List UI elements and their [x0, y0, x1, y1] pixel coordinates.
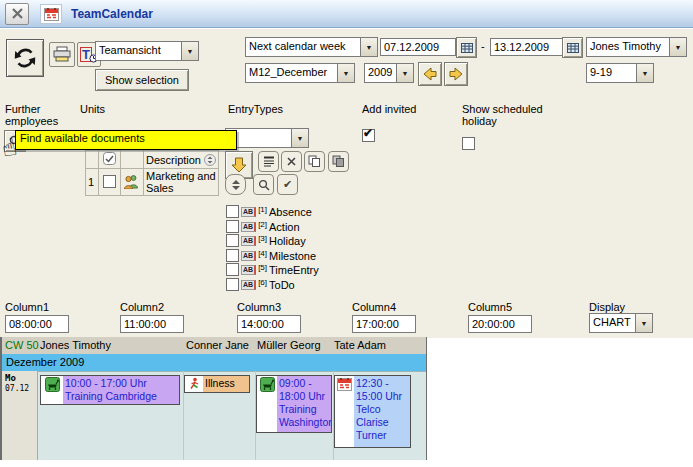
date-from-input[interactable]	[380, 38, 456, 56]
entrytype-select[interactable]: ▼	[225, 128, 309, 148]
units-row-icon-cell	[120, 169, 143, 196]
group-icon	[123, 174, 139, 189]
close-button[interactable]	[5, 3, 29, 25]
entrytype-label-icon: AB	[241, 222, 256, 232]
date-picker-icon	[461, 43, 473, 53]
column2-label: Column2	[120, 301, 164, 313]
units-row-select-cell	[99, 169, 120, 196]
confirm-button[interactable]: ✔	[277, 174, 298, 195]
entrytype-row-milestone: AB [4] Milestone	[226, 249, 316, 262]
show-selection-label: Show selection	[105, 74, 179, 86]
chevron-down-icon: ▼	[291, 129, 308, 147]
units-row-checkbox[interactable]	[103, 175, 116, 188]
year-select-value: 2009	[365, 64, 396, 82]
entrytype-checkbox[interactable]	[226, 205, 239, 218]
copy-button[interactable]	[304, 151, 325, 172]
controls-panel: T Teamansicht ▼ Show selection Next cale…	[0, 28, 693, 338]
event-illness[interactable]: Illness	[184, 375, 250, 393]
show-selection-button[interactable]: Show selection	[95, 69, 189, 91]
employee-column-header: Jones Timothy	[40, 339, 111, 351]
refresh-button[interactable]	[6, 39, 44, 77]
column4-input[interactable]	[352, 315, 416, 333]
refresh-icon	[13, 46, 37, 70]
printer-icon	[52, 46, 72, 63]
month-label: Dezember 2009	[6, 356, 84, 368]
date-picker-icon	[567, 43, 579, 53]
date-to-input[interactable]	[490, 38, 566, 56]
employee-select[interactable]: Jones Timothy ▼	[586, 37, 687, 57]
units-header-index	[86, 151, 99, 169]
column2-input[interactable]	[120, 315, 184, 333]
event-training-cambridge[interactable]: 10:00 - 17:00 Uhr Training Cambridge	[40, 375, 180, 405]
arrow-down-icon	[229, 155, 249, 175]
add-invited-label: Add invited	[362, 103, 416, 115]
employee-column-header: Müller Georg	[257, 339, 321, 351]
illness-icon	[185, 376, 203, 392]
paste-icon	[332, 155, 345, 168]
event-text: 10:00 - 17:00 Uhr Training Cambridge	[63, 376, 179, 404]
display-select[interactable]: CHART ▼	[589, 313, 653, 333]
entrytype-row-todo: AB [6] ToDo	[226, 278, 295, 291]
search-icon	[258, 179, 270, 191]
entrytype-checkbox[interactable]	[226, 234, 239, 247]
day-name: Mo	[5, 373, 16, 383]
entrytype-checkbox[interactable]	[226, 249, 239, 262]
column3-input[interactable]	[237, 315, 301, 333]
entrytype-label-icon: AB	[241, 207, 256, 217]
show-scheduled-holiday-checkbox[interactable]	[462, 137, 475, 150]
previous-week-button[interactable]	[418, 62, 442, 86]
units-header-select[interactable]	[99, 151, 120, 169]
units-row-description: Marketing and Sales	[143, 169, 218, 196]
entrytype-label: Action	[269, 221, 300, 233]
hours-select-value: 9-19	[587, 64, 636, 82]
sort-button[interactable]	[225, 174, 246, 195]
search-entrytypes-button[interactable]	[253, 174, 274, 195]
select-all-icon	[103, 152, 116, 165]
employee-column-header: Tate Adam	[334, 339, 386, 351]
calendar-month-row: Dezember 2009	[2, 354, 426, 372]
week-select-value: Next calendar week	[246, 38, 360, 56]
date-range-separator: -	[481, 40, 485, 52]
event-telco[interactable]: 12:30 - 15:00 Uhr Telco Clarise Turner	[334, 375, 411, 448]
paste-button[interactable]	[328, 151, 349, 172]
entrytype-checkbox[interactable]	[226, 278, 239, 291]
date-to-picker-button[interactable]	[562, 37, 583, 58]
next-week-button[interactable]	[444, 62, 468, 86]
training-icon	[41, 376, 63, 404]
hours-select[interactable]: 9-19 ▼	[586, 63, 654, 83]
event-training-washington[interactable]: 09:00 - 18:00 Uhr Training Washington	[256, 375, 332, 433]
year-select[interactable]: 2009 ▼	[364, 63, 414, 83]
units-label: Units	[80, 103, 105, 115]
entrytype-label: Milestone	[269, 250, 316, 262]
entrytype-row-action: AB [2] Action	[226, 220, 300, 233]
delete-button[interactable]	[281, 151, 302, 172]
further-employees-label: Further employees	[5, 103, 67, 127]
close-icon	[11, 7, 24, 20]
date-from-picker-button[interactable]	[456, 37, 477, 58]
column1-input[interactable]	[5, 315, 69, 333]
units-table-header-row: Description	[86, 151, 219, 169]
view-select[interactable]: Teamansicht ▼	[95, 41, 199, 61]
employee-select-value: Jones Timothy	[587, 38, 669, 56]
week-select[interactable]: Next calendar week ▼	[245, 37, 378, 57]
x-icon	[286, 156, 297, 167]
arrow-right-icon	[448, 66, 464, 82]
display-select-value: CHART	[590, 314, 635, 332]
month-select[interactable]: M12_December ▼	[245, 63, 355, 83]
units-header-description[interactable]: Description	[143, 151, 218, 169]
entrytype-index: [6]	[258, 278, 267, 287]
chevron-down-icon: ▼	[635, 314, 652, 332]
list-view-button[interactable]	[258, 151, 279, 172]
window-title: TeamCalendar	[71, 7, 153, 21]
add-invited-checkbox[interactable]: ✔	[362, 129, 375, 142]
display-label: Display	[589, 301, 625, 313]
units-row-number: 1	[86, 169, 99, 196]
calendar-body: Mo 07.12 10:00 - 17:00 Uhr Training Camb…	[2, 371, 426, 460]
column5-label: Column5	[468, 301, 512, 313]
entrytype-checkbox[interactable]	[226, 220, 239, 233]
column5-input[interactable]	[468, 315, 532, 333]
entrytype-label: Absence	[269, 206, 312, 218]
print-button[interactable]	[49, 42, 75, 67]
entrytype-checkbox[interactable]	[226, 263, 239, 276]
column4-label: Column4	[352, 301, 396, 313]
